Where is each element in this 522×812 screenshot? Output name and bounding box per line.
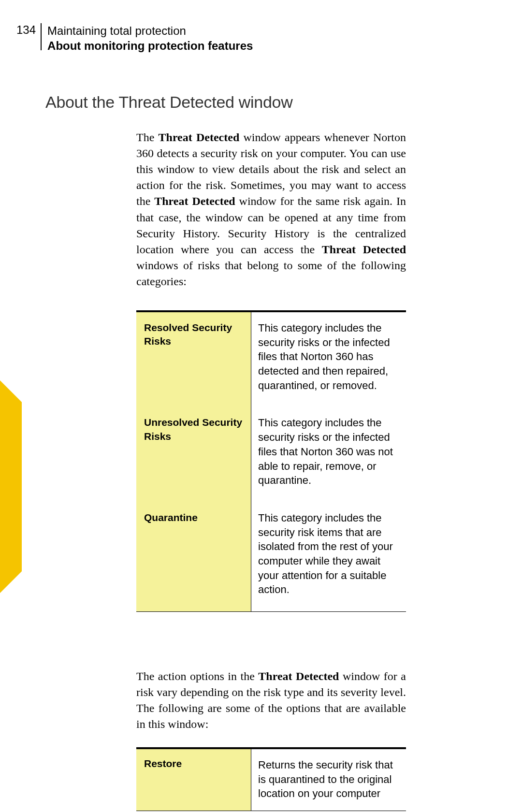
para2-bold1: Threat Detected (258, 670, 339, 682)
para1-text4: windows of risks that belong to some of … (136, 259, 406, 288)
para1-text1: The (136, 131, 159, 144)
para1-bold1: Threat Detected (159, 131, 240, 144)
table-row: Restore Returns the security risk that i… (136, 749, 406, 811)
header-divider (41, 23, 42, 50)
categories-table: Resolved Security Risks This category in… (136, 310, 406, 612)
header-chapter: Maintaining total protection (47, 23, 253, 38)
table-row: Quarantine This category includes the se… (136, 502, 406, 611)
page-header: 134 Maintaining total protection About m… (16, 23, 253, 53)
intro-paragraph: The Threat Detected window appears whene… (136, 130, 406, 290)
option-desc-restore: Returns the security risk that is quaran… (251, 749, 406, 811)
para1-bold3: Threat Detected (322, 243, 406, 256)
category-desc-resolved: This category includes the security risk… (251, 312, 406, 407)
options-table: Restore Returns the security risk that i… (136, 747, 406, 811)
para1-bold2: Threat Detected (154, 195, 235, 207)
category-desc-unresolved: This category includes the security risk… (251, 407, 406, 502)
header-section: About monitoring protection features (47, 38, 253, 53)
table-row: Resolved Security Risks This category in… (136, 312, 406, 407)
page-number: 134 (16, 23, 41, 37)
section-heading: About the Threat Detected window (45, 93, 292, 112)
header-text-block: Maintaining total protection About monit… (47, 23, 253, 53)
category-desc-quarantine: This category includes the security risk… (251, 502, 406, 611)
para2-text1: The action options in the (136, 670, 258, 682)
category-label-unresolved: Unresolved Security Risks (136, 407, 251, 502)
table-row: Unresolved Security Risks This category … (136, 407, 406, 502)
category-label-resolved: Resolved Security Risks (136, 312, 251, 407)
category-label-quarantine: Quarantine (136, 502, 251, 611)
page-side-tab (0, 402, 22, 571)
options-intro-paragraph: The action options in the Threat Detecte… (136, 668, 406, 732)
option-label-restore: Restore (136, 749, 251, 811)
